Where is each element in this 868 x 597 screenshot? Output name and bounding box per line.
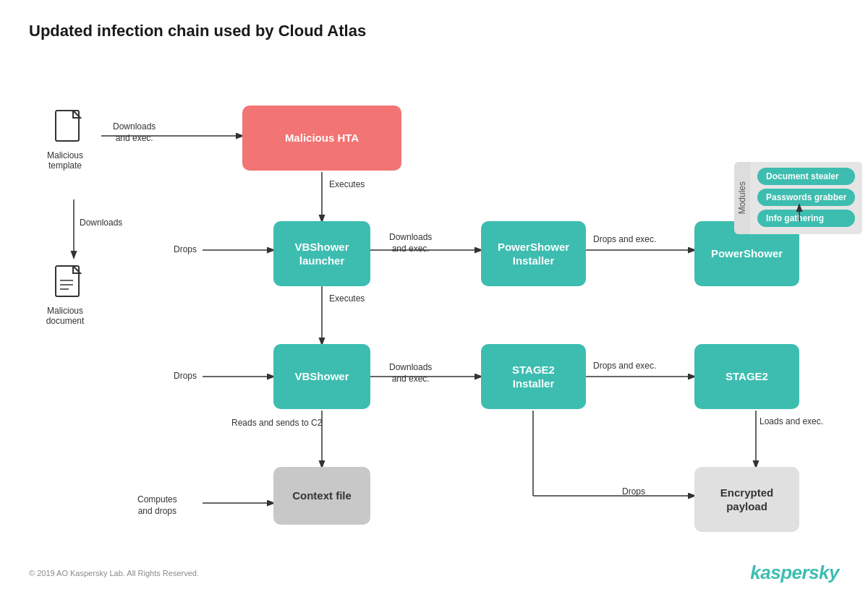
arrow-label-drops4: Drops and exec. [593, 361, 656, 372]
arrow-label-dl-exec3: Downloads and exec. [389, 362, 432, 385]
node-stage2: STAGE2 [694, 344, 799, 409]
node-encrypted-payload: Encrypted payload [694, 467, 799, 532]
node-context-file: Context file [273, 467, 370, 525]
arrow-label-drops6: Drops [622, 486, 645, 498]
module-info-gathering: Info gathering [757, 210, 855, 227]
copyright: © 2019 AO Kaspersky Lab. All Rights Rese… [29, 569, 199, 577]
arrow-label-executes2: Executes [329, 293, 365, 305]
page: Updated infection chain used by Cloud At… [0, 0, 868, 597]
arrow-label-drops3: Drops and exec. [593, 234, 656, 246]
arrow-label-computes: Computes and drops [137, 494, 177, 517]
node-vbshower-launcher: VBShower launcher [273, 221, 370, 286]
node-powershower-installer: PowerShower Installer [481, 221, 586, 286]
arrow-label-loads: Loads and exec. [760, 416, 823, 428]
svg-rect-16 [56, 266, 79, 296]
arrow-label-downloads-exec: Downloads and exec. [113, 121, 156, 144]
doc-template-icon [54, 109, 86, 151]
modules-label: Modules [737, 181, 747, 214]
malicious-template-label: Malicious template [40, 150, 90, 171]
arrow-label-downloads: Downloads [80, 218, 122, 229]
module-passwords-grabber: Passwords grabber [757, 189, 855, 206]
node-malicious-hta: Malicious HTA [242, 106, 401, 171]
diagram-area: Malicious template Malicious document Do… [29, 55, 839, 575]
doc-document-icon [54, 265, 86, 306]
modules-container: Modules Document stealer Passwords grabb… [734, 162, 862, 234]
arrow-label-drops1: Drops [174, 244, 197, 256]
node-vbshower: VBShower [273, 344, 370, 409]
arrow-label-executes1: Executes [329, 179, 365, 191]
node-stage2-installer: STAGE2 Installer [481, 344, 586, 409]
footer: © 2019 AO Kaspersky Lab. All Rights Rese… [29, 562, 839, 584]
arrow-label-dl-exec2: Downloads and exec. [389, 232, 432, 254]
malicious-document-label: Malicious document [40, 306, 90, 326]
arrow-label-reads-c2: Reads and sends to C2 [231, 418, 322, 429]
kaspersky-logo: kaspersky [750, 562, 839, 584]
arrow-label-drops2: Drops [174, 371, 197, 382]
module-document-stealer: Document stealer [757, 168, 855, 185]
page-title: Updated infection chain used by Cloud At… [29, 22, 839, 40]
svg-rect-15 [56, 111, 79, 141]
